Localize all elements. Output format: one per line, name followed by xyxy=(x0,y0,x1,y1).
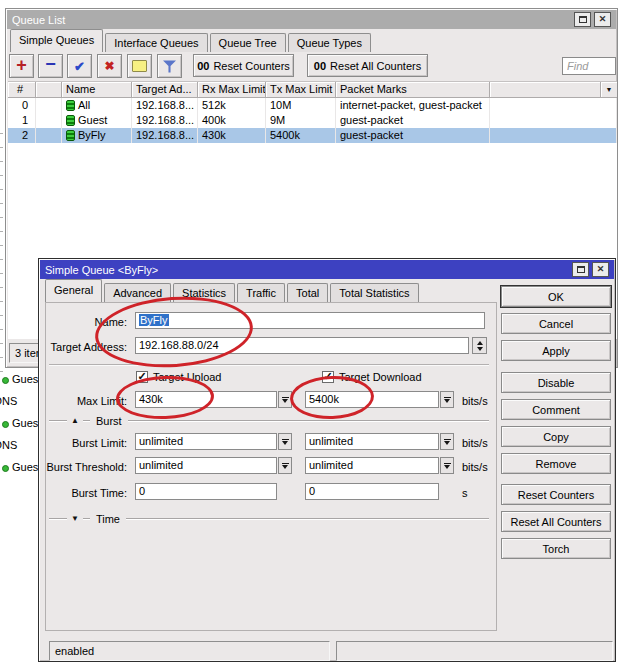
max-limit-upload-dropdown[interactable] xyxy=(278,391,292,408)
status-dot-icon xyxy=(2,421,9,428)
ok-button[interactable]: OK xyxy=(501,286,611,307)
col-name[interactable]: Name xyxy=(62,82,132,98)
status-panel-right xyxy=(336,641,613,661)
disable-button[interactable]: Disable xyxy=(501,372,611,393)
max-limit-download-dropdown[interactable] xyxy=(440,391,454,408)
bits-unit-label: bits/s xyxy=(462,436,488,450)
header-dropdown-button[interactable]: ▼ xyxy=(600,82,617,98)
col-flags[interactable] xyxy=(36,82,62,98)
filter-button[interactable] xyxy=(157,54,182,78)
burst-limit-upload-dropdown[interactable] xyxy=(278,433,292,450)
burst-threshold-upload-dropdown[interactable] xyxy=(278,457,292,474)
close-button[interactable]: ✕ xyxy=(592,262,609,277)
tab-traffic[interactable]: Traffic xyxy=(237,283,285,302)
table-header: # Name Target Ad... Rx Max Limit Tx Max … xyxy=(8,82,617,98)
burst-time-download-field[interactable]: 0 xyxy=(305,483,439,500)
torch-button[interactable]: Torch xyxy=(501,538,611,559)
maximize-button[interactable] xyxy=(572,262,589,277)
queue-list-titlebar: Queue List ✕ xyxy=(7,10,616,29)
enabled-status: enabled xyxy=(49,641,330,661)
seconds-unit-label: s xyxy=(462,486,468,500)
tab-total[interactable]: Total xyxy=(287,283,328,302)
enable-button[interactable]: ✔ xyxy=(67,54,92,78)
col-rx-max-limit[interactable]: Rx Max Limit xyxy=(198,82,266,98)
down-arrow-icon xyxy=(477,347,483,351)
comment-button[interactable] xyxy=(127,54,152,78)
checkmark-icon: ✓ xyxy=(137,370,146,382)
disable-button[interactable]: ✖ xyxy=(97,54,122,78)
check-icon: ✔ xyxy=(74,60,85,73)
funnel-icon xyxy=(163,60,176,73)
apply-button[interactable]: Apply xyxy=(501,340,611,361)
target-upload-checkbox[interactable]: ✓ xyxy=(136,371,148,383)
chevron-down-icon: ▼ xyxy=(606,86,613,93)
dropdown-icon xyxy=(444,399,450,403)
reset-all-counters-button[interactable]: Reset All Counters xyxy=(501,511,611,532)
background-list-item: Gues xyxy=(2,416,38,430)
target-address-spinner[interactable] xyxy=(472,337,487,354)
col-tx-max-limit[interactable]: Tx Max Limit xyxy=(266,82,336,98)
reset-all-counters-toolbar-button[interactable]: 00 Reset All Counters xyxy=(307,54,428,77)
max-limit-download-field[interactable]: 5400k xyxy=(305,391,439,408)
cancel-button[interactable]: Cancel xyxy=(501,313,611,334)
burst-threshold-upload-field[interactable]: unlimited xyxy=(135,457,277,474)
bits-unit-label: bits/s xyxy=(462,460,488,474)
burst-limit-upload-field[interactable]: unlimited xyxy=(135,433,277,450)
burst-section-toggle[interactable]: ▲ Burst xyxy=(49,415,489,426)
copy-button[interactable]: Copy xyxy=(501,426,611,447)
remove-button[interactable]: Remove xyxy=(501,453,611,474)
time-section-toggle[interactable]: ▼ Time xyxy=(49,513,489,524)
table-row-selected[interactable]: 2 ByFly 192.168.8... 430k 5400k guest-pa… xyxy=(8,128,617,143)
burst-time-label: Burst Time: xyxy=(41,486,127,500)
note-icon xyxy=(132,60,147,72)
tab-general[interactable]: General xyxy=(45,279,102,302)
background-list-item: DNS xyxy=(0,438,17,452)
background-window-edge xyxy=(0,133,3,373)
tab-queue-types[interactable]: Queue Types xyxy=(288,33,371,52)
comment-button[interactable]: Comment xyxy=(501,399,611,420)
up-arrow-icon xyxy=(477,341,483,345)
table-row[interactable]: 0 All 192.168.8... 512k 10M internet-pac… xyxy=(8,98,617,113)
tab-interface-queues[interactable]: Interface Queues xyxy=(105,33,207,52)
max-limit-upload-field[interactable]: 430k xyxy=(135,391,277,408)
remove-button[interactable]: − xyxy=(38,54,63,78)
plus-icon: + xyxy=(16,56,27,74)
tab-queue-tree[interactable]: Queue Tree xyxy=(210,33,286,52)
tab-simple-queues[interactable]: Simple Queues xyxy=(10,29,103,52)
add-button[interactable]: + xyxy=(9,54,34,78)
col-filler xyxy=(490,82,617,98)
burst-limit-download-dropdown[interactable] xyxy=(440,433,454,450)
maximize-button[interactable] xyxy=(574,12,591,27)
col-packet-marks[interactable]: Packet Marks xyxy=(336,82,490,98)
table-row[interactable]: 1 Guest 192.168.8... 400k 9M guest-packe… xyxy=(8,113,617,128)
burst-time-upload-field[interactable]: 0 xyxy=(135,483,277,500)
col-number[interactable]: # xyxy=(8,82,36,98)
reset-counters-button[interactable]: Reset Counters xyxy=(501,484,611,505)
queue-list-tabbar: Simple Queues Interface Queues Queue Tre… xyxy=(8,29,615,52)
burst-threshold-download-field[interactable]: unlimited xyxy=(305,457,439,474)
tab-statistics[interactable]: Statistics xyxy=(173,283,235,302)
checkmark-icon: ✓ xyxy=(323,370,332,382)
divider xyxy=(49,364,489,366)
bits-unit-label: bits/s xyxy=(462,394,488,408)
dropdown-icon xyxy=(282,465,288,469)
simple-queue-dialog: Simple Queue <ByFly> ✕ General Advanced … xyxy=(38,258,616,662)
target-address-field[interactable]: 192.168.88.0/24 xyxy=(135,337,469,354)
reset-counters-toolbar-button[interactable]: 00 Reset Counters xyxy=(193,54,294,77)
close-button[interactable]: ✕ xyxy=(594,12,611,27)
burst-limit-download-field[interactable]: unlimited xyxy=(305,433,439,450)
tab-advanced[interactable]: Advanced xyxy=(104,283,171,302)
minus-icon: − xyxy=(45,55,56,73)
target-upload-label: Target Upload xyxy=(153,371,222,384)
find-input[interactable] xyxy=(562,57,616,75)
background-list-item: DNS xyxy=(0,394,17,408)
burst-threshold-download-dropdown[interactable] xyxy=(440,457,454,474)
dropdown-icon xyxy=(444,441,450,445)
col-target-address[interactable]: Target Ad... xyxy=(132,82,198,98)
target-download-label: Target Download xyxy=(339,371,422,384)
name-field[interactable]: ByFly xyxy=(135,312,485,329)
tab-total-statistics[interactable]: Total Statistics xyxy=(330,283,418,302)
target-download-checkbox[interactable]: ✓ xyxy=(322,371,334,383)
dialog-titlebar: Simple Queue <ByFly> ✕ xyxy=(40,260,614,279)
dropdown-icon xyxy=(282,399,288,403)
